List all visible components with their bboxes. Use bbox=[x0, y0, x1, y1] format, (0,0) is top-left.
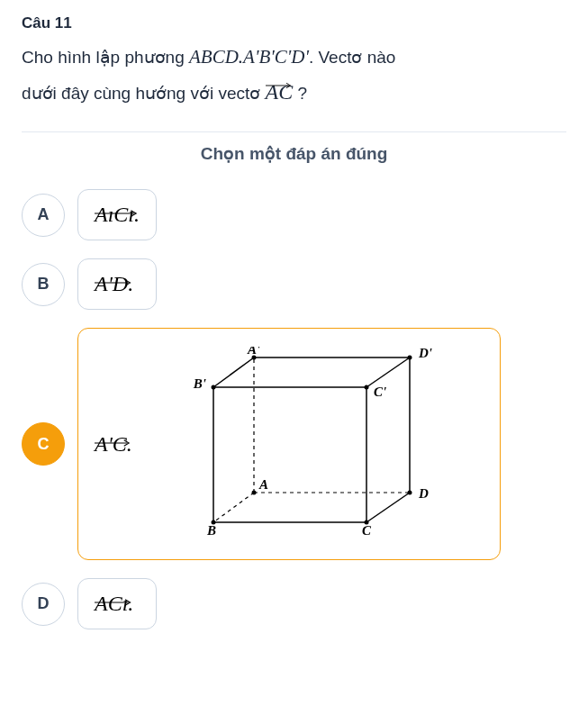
svg-point-17 bbox=[407, 356, 412, 360]
svg-point-20 bbox=[251, 491, 256, 495]
option-b-vector: A'D. bbox=[95, 272, 133, 296]
math-cube-notation: ABCD.A'B'C'D' bbox=[189, 46, 309, 68]
svg-line-9 bbox=[366, 358, 410, 387]
cube-diagram: A' D' B' C' A D B C bbox=[168, 347, 439, 541]
label-b-prime: B' bbox=[193, 376, 206, 391]
svg-point-18 bbox=[211, 385, 215, 390]
svg-point-19 bbox=[364, 385, 368, 390]
label-c-prime: C' bbox=[374, 385, 386, 399]
vector-arrow-icon bbox=[266, 70, 294, 79]
svg-point-21 bbox=[407, 491, 412, 495]
option-a-row: A AıCı. bbox=[22, 189, 566, 240]
question-text-part3: dưới đây cùng hướng với vectơ bbox=[22, 84, 266, 103]
options-list: A AıCı. B A'D. bbox=[22, 189, 566, 629]
option-c-vector: A'C. bbox=[95, 432, 132, 457]
label-a-prime: A' bbox=[247, 347, 260, 357]
option-d-circle[interactable]: D bbox=[22, 583, 65, 626]
option-a-circle[interactable]: A bbox=[22, 194, 65, 237]
label-d-prime: D' bbox=[418, 347, 432, 360]
question-number: Câu 11 bbox=[22, 14, 566, 32]
option-b-vector-text: A'D. bbox=[95, 272, 133, 295]
option-d-letter: D bbox=[38, 594, 50, 613]
option-b-letter: B bbox=[38, 275, 50, 294]
instruction-text: Chọn một đáp án đúng bbox=[22, 143, 566, 164]
vector-ac: AC bbox=[266, 74, 294, 111]
label-c: C bbox=[362, 523, 372, 536]
option-c-row: C A'C. bbox=[22, 328, 566, 560]
option-b-content[interactable]: A'D. bbox=[77, 258, 157, 310]
svg-line-6 bbox=[213, 493, 254, 522]
option-c-letter: C bbox=[38, 435, 50, 454]
option-c-vector-text: A'C. bbox=[95, 432, 132, 456]
vector-ac-text: AC bbox=[266, 80, 294, 104]
option-d-content[interactable]: ACı. bbox=[77, 578, 157, 629]
question-text-part1: Cho hình lập phương bbox=[22, 48, 189, 67]
question-container: Câu 11 Cho hình lập phương ABCD.A'B'C'D'… bbox=[22, 14, 566, 629]
label-a: A bbox=[258, 477, 268, 492]
option-b-row: B A'D. bbox=[22, 258, 566, 310]
svg-line-11 bbox=[366, 493, 410, 522]
question-text-part2: . Vectơ nào bbox=[309, 48, 396, 67]
option-c-content[interactable]: A'C. bbox=[77, 328, 501, 560]
label-b: B bbox=[206, 523, 216, 536]
label-d: D bbox=[418, 486, 429, 501]
option-c-circle[interactable]: C bbox=[22, 422, 65, 466]
svg-line-10 bbox=[213, 358, 254, 387]
option-b-circle[interactable]: B bbox=[22, 263, 65, 306]
divider bbox=[22, 131, 566, 132]
option-d-vector: ACı. bbox=[95, 592, 133, 616]
option-a-vector: AıCı. bbox=[95, 203, 140, 227]
question-text-part4: ? bbox=[293, 84, 307, 103]
option-d-vector-text: ACı. bbox=[95, 592, 133, 615]
question-text: Cho hình lập phương ABCD.A'B'C'D'. Vectơ… bbox=[22, 41, 566, 110]
option-a-letter: A bbox=[38, 205, 50, 224]
option-a-vector-text: AıCı. bbox=[95, 203, 140, 226]
option-a-content[interactable]: AıCı. bbox=[77, 189, 157, 240]
cube-svg: A' D' B' C' A D B C bbox=[168, 347, 439, 536]
option-d-row: D ACı. bbox=[22, 578, 566, 629]
